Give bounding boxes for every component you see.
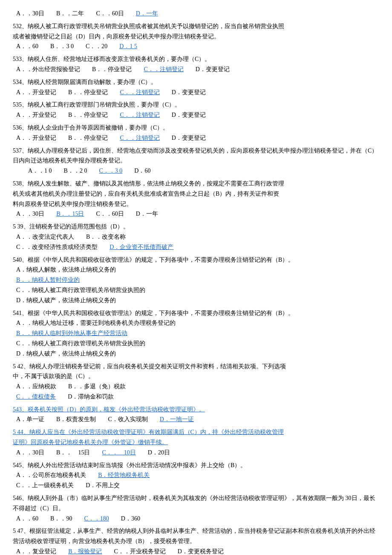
question-534: 534、纳税人经营期限届满而自动解散，要办理（C）。 A．．开业登记 B．．停业… <box>13 77 379 98</box>
question-539: 5 39、注销税务登记的适用范围包括（D）。 A．．改变法定代表人 B．．改变名… <box>13 222 379 252</box>
question-540: 540、根据《中华人民共和国税收征收管理法》的规定，下列各项中，不需要办理税务注… <box>13 255 379 306</box>
question-542: 5 42、纳税人办理注销税务登记前，应当向税务机关提交相关证明文件和资料，结清相… <box>13 361 379 402</box>
question-546: 546、纳税人到外县（市）临时从事生产经营活动时，税务机关为其核发的《外出经营活… <box>13 493 379 523</box>
question-537: 537、纳税人办理税务登记后，因住所、经营地点变动而涉及改变税务登记机关的，应向… <box>13 146 379 176</box>
page-content: A．．30日 B．．二年 C．．60日 D．一年 532、纳税人被工商行政管理机… <box>13 9 379 555</box>
question-535: 535、纳税人被工商行政管理部门吊销营业执照，要办理（C）。 A．．开业登记 B… <box>13 100 379 120</box>
question-545: 545、纳税人外出经营活动结束时应当填报《外出经营活动情况申报表》并上交给（B）… <box>13 460 379 491</box>
question-541: 541、根据《中华人民共和国税收征收管理法》的规定，下列各项中，不需要办理税务注… <box>13 308 379 359</box>
question-538: 538、纳税人发生解散、破产、撤销以及其他情形，依法终止纳税义务的，按规定不需要… <box>13 179 379 219</box>
question-547: 5 47、根据征管法规定，从事生产、经营的纳税人到外县临时从事生产、经营活动的，… <box>13 526 379 555</box>
question-532: 532、纳税人被工商行政管理机关吊销营业执照或者被其他机关予以撤销登记的，应当自… <box>13 21 379 52</box>
question-544: 5 44、纳税人应当在《外出经营活动税收管理证明》有效期届满后（C）内，持《外出… <box>13 427 379 457</box>
question-533: 533、纳税人住所、经营地址迁移而改变原主管税务机关的，要办理（C）。 A．．外… <box>13 54 379 75</box>
question-543: 543、税务机关按照（D）的原则，核发《外出经营活动税收管理证明》。 A．单一证… <box>13 405 379 425</box>
q531-options: A．．30日 B．．二年 C．．60日 D．一年 <box>13 9 379 19</box>
question-536: 536、纳税人企业由于合并等原因而被撤销，要办理（C）。 A．．开业登记 B．．… <box>13 123 379 143</box>
